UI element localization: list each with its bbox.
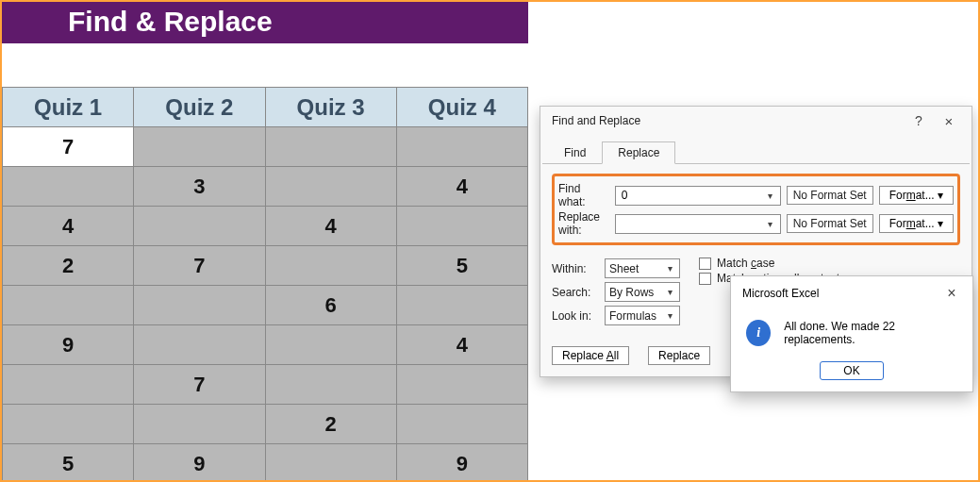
chevron-down-icon[interactable]: ▾ bbox=[664, 310, 675, 321]
cell[interactable]: 7 bbox=[3, 127, 134, 167]
cell[interactable]: 4 bbox=[265, 207, 396, 246]
replace-button[interactable]: Replace bbox=[648, 346, 710, 365]
ok-button[interactable]: OK bbox=[820, 361, 883, 380]
cell[interactable]: 4 bbox=[396, 325, 527, 365]
replace-format-preview: No Format Set bbox=[787, 214, 873, 233]
cell[interactable] bbox=[265, 325, 396, 365]
tab-find[interactable]: Find bbox=[548, 141, 602, 164]
message-box-title: Microsoft Excel bbox=[742, 287, 937, 300]
chevron-down-icon[interactable]: ▾ bbox=[664, 287, 675, 297]
find-format-button[interactable]: Format... ▾ bbox=[879, 186, 954, 205]
cell[interactable] bbox=[3, 365, 134, 405]
match-case-checkbox[interactable] bbox=[699, 258, 711, 270]
quiz-table: Quiz 1 Quiz 2 Quiz 3 Quiz 4 734442756947… bbox=[2, 87, 528, 482]
cell[interactable]: 6 bbox=[265, 286, 396, 325]
tab-replace-label: Replace bbox=[618, 146, 659, 159]
col-header: Quiz 3 bbox=[265, 88, 396, 127]
chevron-down-icon[interactable]: ▾ bbox=[765, 219, 776, 229]
cell[interactable]: 9 bbox=[134, 444, 265, 483]
table-row: 6 bbox=[3, 286, 528, 325]
cell[interactable]: 2 bbox=[265, 405, 396, 444]
dialog-title: Find and Replace bbox=[552, 114, 904, 127]
find-what-combo[interactable]: ▾ bbox=[615, 186, 781, 206]
replace-with-label: Replace with: bbox=[558, 210, 609, 237]
cell[interactable]: 2 bbox=[3, 246, 134, 286]
find-what-input[interactable] bbox=[620, 188, 765, 203]
cell[interactable] bbox=[134, 405, 265, 444]
lookin-value: Formulas bbox=[609, 309, 664, 323]
page-title: Find & Replace bbox=[2, 2, 528, 43]
message-box: Microsoft Excel × i All done. We made 22… bbox=[730, 275, 973, 392]
cell[interactable]: 7 bbox=[134, 365, 265, 405]
info-icon: i bbox=[746, 320, 771, 346]
cell[interactable] bbox=[265, 444, 396, 483]
cell[interactable] bbox=[134, 286, 265, 325]
cell[interactable] bbox=[134, 207, 265, 246]
cell[interactable] bbox=[134, 325, 265, 365]
table-row: 94 bbox=[3, 325, 528, 365]
close-button[interactable]: × bbox=[934, 109, 964, 132]
cell[interactable] bbox=[265, 365, 396, 405]
table-header-row: Quiz 1 Quiz 2 Quiz 3 Quiz 4 bbox=[3, 88, 528, 127]
table-row: 34 bbox=[3, 167, 528, 207]
cell[interactable]: 4 bbox=[396, 167, 527, 207]
cell[interactable] bbox=[3, 167, 134, 207]
cell[interactable]: 3 bbox=[134, 167, 265, 207]
replace-all-button[interactable]: Replace All bbox=[552, 346, 629, 365]
cell[interactable]: 7 bbox=[134, 246, 265, 286]
cell[interactable] bbox=[265, 246, 396, 286]
cell[interactable] bbox=[396, 207, 527, 246]
cell[interactable] bbox=[396, 365, 527, 405]
cell[interactable]: 5 bbox=[396, 246, 527, 286]
table-row: 44 bbox=[3, 207, 528, 246]
replace-format-button[interactable]: Format... ▾ bbox=[879, 214, 954, 233]
cell[interactable]: 9 bbox=[3, 325, 134, 365]
within-value: Sheet bbox=[609, 262, 664, 275]
cell[interactable] bbox=[265, 167, 396, 207]
replace-with-combo[interactable]: ▾ bbox=[615, 214, 781, 234]
find-format-preview: No Format Set bbox=[787, 186, 873, 205]
cell[interactable] bbox=[3, 405, 134, 444]
lookin-label: Look in: bbox=[552, 309, 599, 323]
cell[interactable]: 4 bbox=[3, 207, 134, 246]
close-button[interactable]: × bbox=[937, 282, 967, 305]
match-case-label: Match case bbox=[717, 257, 774, 270]
cell[interactable] bbox=[396, 405, 527, 444]
table-row: 599 bbox=[3, 444, 528, 483]
match-entire-checkbox[interactable] bbox=[699, 273, 711, 285]
find-what-label: Find what: bbox=[558, 182, 609, 208]
cell[interactable]: 5 bbox=[3, 444, 134, 483]
cell[interactable] bbox=[396, 286, 527, 325]
message-box-text: All done. We made 22 replacements. bbox=[784, 320, 957, 346]
table-row: 7 bbox=[3, 365, 528, 405]
col-header: Quiz 4 bbox=[396, 88, 527, 127]
chevron-down-icon[interactable]: ▾ bbox=[664, 263, 675, 274]
lookin-select[interactable]: Formulas ▾ bbox=[605, 306, 680, 325]
cell[interactable]: 9 bbox=[396, 444, 527, 483]
help-button[interactable]: ? bbox=[904, 109, 934, 132]
cell[interactable] bbox=[265, 127, 396, 167]
search-value: By Rows bbox=[609, 286, 664, 299]
col-header: Quiz 1 bbox=[3, 88, 134, 127]
cell[interactable] bbox=[134, 127, 265, 167]
find-replace-fields-highlight: Find what: ▾ No Format Set Format... ▾ R… bbox=[552, 174, 960, 245]
search-select[interactable]: By Rows ▾ bbox=[605, 282, 680, 302]
table-row: 275 bbox=[3, 246, 528, 286]
table-row: 2 bbox=[3, 405, 528, 444]
tab-replace[interactable]: Replace bbox=[602, 141, 675, 164]
cell[interactable] bbox=[396, 127, 527, 167]
tab-find-label: Find bbox=[564, 146, 586, 159]
col-header: Quiz 2 bbox=[134, 88, 265, 127]
replace-with-input[interactable] bbox=[620, 216, 765, 231]
dialog-titlebar[interactable]: Find and Replace ? × bbox=[540, 107, 972, 137]
within-label: Within: bbox=[552, 262, 599, 275]
search-label: Search: bbox=[552, 286, 599, 299]
chevron-down-icon[interactable]: ▾ bbox=[765, 191, 776, 201]
table-row: 7 bbox=[3, 127, 528, 167]
within-select[interactable]: Sheet ▾ bbox=[605, 258, 680, 278]
cell[interactable] bbox=[3, 286, 134, 325]
